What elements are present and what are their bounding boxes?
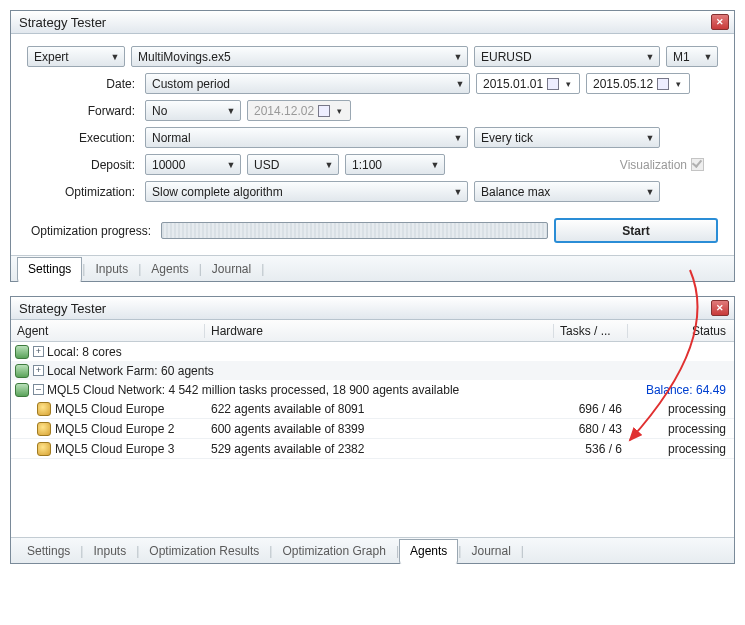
tab-agents[interactable]: Agents [141, 258, 198, 281]
agent-row[interactable]: MQL5 Cloud Europe 622 agents available o… [11, 399, 734, 419]
tree-node-label: MQL5 Cloud Network: 4 542 million tasks … [47, 383, 459, 397]
agent-icon [37, 442, 51, 456]
optimization-progress-bar [161, 222, 548, 239]
tab-agents[interactable]: Agents [399, 539, 458, 564]
chevron-down-icon: ▼ [645, 133, 655, 143]
optimization-criterion-value: Balance max [481, 185, 550, 199]
forward-mode-value: No [152, 104, 167, 118]
strategy-tester-agents-window: Strategy Tester ✕ Agent Hardware Tasks /… [10, 296, 735, 564]
col-tasks[interactable]: Tasks / ... [554, 324, 628, 338]
agent-hardware: 622 agents available of 8091 [205, 402, 554, 416]
forward-label: Forward: [27, 104, 139, 118]
server-icon [15, 383, 29, 397]
chevron-down-icon: ▼ [645, 187, 655, 197]
expert-file-select[interactable]: MultiMovings.ex5 ▼ [131, 46, 468, 67]
chevron-down-icon: ▼ [703, 52, 713, 62]
execution-label: Execution: [27, 131, 139, 145]
execution-mode-select[interactable]: Normal ▼ [145, 127, 468, 148]
tab-settings[interactable]: Settings [17, 540, 80, 563]
tick-mode-select[interactable]: Every tick ▼ [474, 127, 660, 148]
agent-tasks: 696 / 46 [554, 402, 628, 416]
agent-row[interactable]: MQL5 Cloud Europe 2 600 agents available… [11, 419, 734, 439]
expert-file-value: MultiMovings.ex5 [138, 50, 231, 64]
tab-journal[interactable]: Journal [202, 258, 261, 281]
calendar-icon [657, 78, 669, 90]
optimization-algo-select[interactable]: Slow complete algorithm ▼ [145, 181, 468, 202]
opt-progress-label: Optimization progress: [27, 224, 155, 238]
agents-tabstrip: Settings | Inputs | Optimization Results… [11, 537, 734, 563]
mode-select[interactable]: Expert ▼ [27, 46, 125, 67]
tree-node-farm[interactable]: + Local Network Farm: 60 agents [11, 361, 734, 380]
col-status[interactable]: Status [628, 324, 734, 338]
forward-mode-select[interactable]: No ▼ [145, 100, 241, 121]
date-to-input[interactable]: 2015.05.12 ▾ [586, 73, 690, 94]
titlebar: Strategy Tester ✕ [11, 297, 734, 320]
deposit-currency-select[interactable]: USD ▼ [247, 154, 339, 175]
agent-icon [37, 422, 51, 436]
agent-hardware: 600 agents available of 8399 [205, 422, 554, 436]
chevron-down-icon: ▾ [673, 79, 683, 89]
chevron-down-icon: ▼ [110, 52, 120, 62]
tab-inputs[interactable]: Inputs [83, 540, 136, 563]
close-button[interactable]: ✕ [711, 14, 729, 30]
col-agent[interactable]: Agent [11, 324, 205, 338]
optimization-label: Optimization: [27, 185, 139, 199]
execution-mode-value: Normal [152, 131, 191, 145]
expand-icon[interactable]: + [33, 346, 44, 357]
deposit-amount-select[interactable]: 10000 ▼ [145, 154, 241, 175]
tab-optimization-results[interactable]: Optimization Results [139, 540, 269, 563]
deposit-amount-value: 10000 [152, 158, 185, 172]
expand-icon[interactable]: + [33, 365, 44, 376]
optimization-criterion-select[interactable]: Balance max ▼ [474, 181, 660, 202]
collapse-icon[interactable]: – [33, 384, 44, 395]
agent-status: processing [628, 442, 734, 456]
date-from-input[interactable]: 2015.01.01 ▾ [476, 73, 580, 94]
agent-status: processing [628, 402, 734, 416]
calendar-icon [547, 78, 559, 90]
chevron-down-icon: ▼ [226, 160, 236, 170]
tree-node-local[interactable]: + Local: 8 cores [11, 342, 734, 361]
tab-optimization-graph[interactable]: Optimization Graph [272, 540, 395, 563]
titlebar: Strategy Tester ✕ [11, 11, 734, 34]
calendar-icon [318, 105, 330, 117]
tab-settings[interactable]: Settings [17, 257, 82, 282]
strategy-tester-settings-window: Strategy Tester ✕ Expert ▼ MultiMovings.… [10, 10, 735, 282]
agent-name: MQL5 Cloud Europe 2 [55, 422, 174, 436]
balance-label: Balance: [646, 383, 696, 397]
col-hardware[interactable]: Hardware [205, 324, 554, 338]
close-button[interactable]: ✕ [711, 300, 729, 316]
leverage-select[interactable]: 1:100 ▼ [345, 154, 445, 175]
chevron-down-icon: ▼ [453, 133, 463, 143]
timeframe-select[interactable]: M1 ▼ [666, 46, 718, 67]
chevron-down-icon: ▼ [455, 79, 465, 89]
window-title: Strategy Tester [19, 301, 106, 316]
tab-journal[interactable]: Journal [461, 540, 520, 563]
agent-tasks: 680 / 43 [554, 422, 628, 436]
tree-node-cloud[interactable]: – MQL5 Cloud Network: 4 542 million task… [11, 380, 734, 399]
date-mode-value: Custom period [152, 77, 230, 91]
agent-hardware: 529 agents available of 2382 [205, 442, 554, 456]
tree-node-label: Local Network Farm: 60 agents [47, 364, 214, 378]
forward-date-value: 2014.12.02 [254, 104, 314, 118]
date-mode-select[interactable]: Custom period ▼ [145, 73, 470, 94]
visualization-toggle: Visualization [620, 158, 704, 172]
agent-name: MQL5 Cloud Europe [55, 402, 164, 416]
agent-name: MQL5 Cloud Europe 3 [55, 442, 174, 456]
date-to-value: 2015.05.12 [593, 77, 653, 91]
agent-status: processing [628, 422, 734, 436]
date-label: Date: [27, 77, 139, 91]
chevron-down-icon: ▼ [226, 106, 236, 116]
symbol-select[interactable]: EURUSD ▼ [474, 46, 660, 67]
visualization-checkbox [691, 158, 704, 171]
tab-inputs[interactable]: Inputs [85, 258, 138, 281]
leverage-value: 1:100 [352, 158, 382, 172]
start-button-label: Start [622, 224, 649, 238]
agents-column-headers: Agent Hardware Tasks / ... Status [11, 320, 734, 342]
chevron-down-icon: ▼ [324, 160, 334, 170]
agent-row[interactable]: MQL5 Cloud Europe 3 529 agents available… [11, 439, 734, 459]
chevron-down-icon: ▾ [563, 79, 573, 89]
start-button[interactable]: Start [554, 218, 718, 243]
deposit-currency-value: USD [254, 158, 279, 172]
chevron-down-icon: ▼ [645, 52, 655, 62]
agent-icon [37, 402, 51, 416]
